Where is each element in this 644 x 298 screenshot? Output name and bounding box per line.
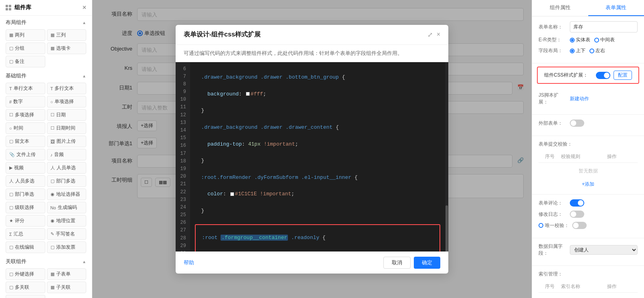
component-group[interactable]: ▢ 分组 (6, 43, 45, 54)
component-two-col[interactable]: ▦ 两列 (6, 29, 45, 41)
scrollbar[interactable] (445, 62, 448, 251)
component-sub-link[interactable]: ▦ 子关联 (47, 282, 87, 293)
data-owner-label: 数据归属字段： (539, 243, 567, 257)
form-comment-toggle[interactable] (570, 199, 584, 207)
confirm-button[interactable]: 确定 (414, 257, 440, 269)
tab-component-props[interactable]: 组件属性 (532, 0, 588, 16)
component-single-select[interactable]: ○ 单项选择 (47, 96, 87, 107)
section-basic: 基础组件 ▲ (0, 69, 92, 81)
index-manage-section: 索引管理： 序号 索引名称 操作 暂无数据 +添加 (532, 266, 644, 298)
layout-leftright[interactable]: 左右 (589, 47, 605, 54)
sidebar-title: 组件库 (14, 4, 31, 11)
component-link-query[interactable]: ▢ 关联查询 (6, 295, 45, 298)
component-single-text[interactable]: T 单行文本 (6, 83, 45, 94)
related-grid: ▢ 外键选择 ▦ 子表单 ▢ 多关联 ▦ 子关联 ▢ 关联查询 (0, 267, 92, 298)
css-extend-config-btn[interactable]: 配置 (614, 71, 632, 80)
help-button[interactable]: 帮助 (184, 259, 194, 266)
code-line-12: :root.formRender .dyFormSubform .el-inpu… (195, 174, 440, 182)
component-signature[interactable]: ✎ 手写签名 (47, 228, 87, 240)
component-three-col[interactable]: ▦ 三列 (47, 29, 87, 41)
modal-footer: 帮助 取消 确定 (176, 251, 448, 274)
component-audio[interactable]: ♪ 音频 (47, 149, 87, 160)
tab-form-props[interactable]: 表单属性 (588, 0, 644, 16)
modal-description: 可通过编写代码的方式来调整组件样式，此处代码作用域：针对单个表单的字段组件全局作… (176, 45, 448, 62)
component-image[interactable]: 🖼 图片上传 (47, 136, 87, 147)
css-extend-row: 组件CSS样式扩展： 配置 (537, 67, 639, 84)
modal-close-icon[interactable]: × (437, 31, 440, 38)
component-number[interactable]: # 数字 (6, 96, 45, 107)
js-extend-row: JS脚本扩展： 新建动作 (539, 92, 638, 105)
outer-table-toggle[interactable] (570, 120, 584, 127)
code-line-9: .drawer_background .drawer .drawer_conte… (195, 124, 440, 132)
css-extend-modal: 表单设计-组件css样式扩展 ⤢ × 可通过编写代码的方式来调整组件样式，此处代… (176, 25, 448, 274)
er-middle[interactable]: 中间表 (594, 36, 615, 43)
component-video[interactable]: ▶ 视频 (6, 162, 45, 174)
component-foreign-key[interactable]: ▢ 外键选择 (6, 268, 45, 280)
component-people-multi[interactable]: 人 人员多选 (6, 175, 45, 187)
component-address[interactable]: ◉ 地址选择器 (47, 189, 87, 200)
component-rating[interactable]: ★ 评分 (6, 215, 45, 227)
js-extend-label: JS脚本扩展： (539, 92, 567, 105)
component-voice[interactable]: ▢ 留文本 (6, 136, 45, 147)
index-table-header: 序号 索引名称 操作 (539, 281, 638, 293)
modal-footer-right: 取消 确定 (383, 257, 440, 269)
cancel-button[interactable]: 取消 (383, 257, 411, 269)
data-owner-select[interactable]: 创建人 (570, 245, 638, 255)
code-content[interactable]: .drawer_background .drawer .bottom_btn_g… (190, 62, 445, 251)
right-tabs: 组件属性 表单属性 (532, 0, 644, 16)
component-tabs[interactable]: ▦ 选项卡 (47, 43, 87, 54)
expand-icon[interactable]: ⤢ (427, 31, 433, 39)
layout-topdown-radio (570, 49, 575, 53)
component-people-single[interactable]: 人 人员单选 (47, 162, 87, 174)
index-manage-label: 索引管理： (539, 271, 638, 278)
modal-header: 表单设计-组件css样式扩展 ⤢ × (176, 25, 448, 45)
er-entity[interactable]: 实体表 (570, 36, 590, 43)
component-add-bill[interactable]: ▢ 添加发票 (47, 241, 87, 253)
component-multi-select[interactable]: ☐ 多项选择 (6, 109, 45, 121)
component-multi-text[interactable]: T 多行文本 (47, 83, 87, 94)
chevron-icon: ▲ (82, 20, 86, 25)
validation-add-btn[interactable]: +添加 (582, 181, 594, 187)
layout-grid: ▦ 两列 ▦ 三列 ▢ 分组 ▦ 选项卡 ▢ 备注 (0, 28, 92, 69)
js-extend-new-action[interactable]: 新建动作 (570, 95, 589, 102)
component-geo[interactable]: ◉ 地理位置 (47, 215, 87, 227)
modal-body: 可通过编写代码的方式来调整组件样式，此处代码作用域：针对单个表单的字段组件全局作… (176, 45, 448, 251)
unique-check-label: 唯一校验： (545, 222, 569, 229)
component-datetime[interactable]: ☐ 日期时间 (47, 122, 87, 134)
css-extend-toggle[interactable] (596, 72, 610, 79)
outer-table-section: 外部表单： (532, 115, 644, 136)
component-cascade[interactable]: ▢ 级联选择 (6, 202, 45, 213)
outer-table-label: 外部表单： (539, 120, 567, 127)
modal-header-icons: ⤢ × (427, 31, 440, 39)
component-barcode[interactable]: No 生成编码 (47, 202, 87, 213)
component-note[interactable]: ▢ 备注 (6, 56, 45, 67)
component-online-edit[interactable]: ▢ 在线编辑 (6, 241, 45, 253)
unique-check-toggle[interactable] (572, 222, 587, 229)
component-date[interactable]: ☐ 日期 (47, 109, 87, 121)
basic-grid: T 单行文本 T 多行文本 # 数字 ○ 单项选择 ☐ 多项选择 ☐ 日期 ○ … (0, 81, 92, 255)
modify-log-toggle[interactable] (570, 211, 584, 218)
group-icon: ▢ (9, 46, 13, 51)
code-line-6: .drawer_background .drawer .bottom_btn_g… (195, 73, 440, 82)
er-entity-radio (570, 38, 575, 43)
component-sum[interactable]: Σ 汇总 (6, 228, 45, 240)
three-col-icon: ▦ (51, 32, 55, 38)
component-dept-multi[interactable]: ▢ 部门多选 (47, 175, 87, 187)
component-file[interactable]: 📎 文件上传 (6, 149, 45, 160)
component-time[interactable]: ○ 时间 (6, 122, 45, 134)
form-comment-row: 表单评论： (539, 199, 638, 207)
component-sub-table[interactable]: ▦ 子表单 (47, 268, 87, 280)
code-editor[interactable]: 678910 1112131415 1617181920 2122232425 … (176, 62, 448, 251)
css-extend-label: 组件CSS样式扩展： (544, 72, 593, 79)
field-layout-label: 字段布局： (539, 47, 567, 54)
close-icon[interactable]: × (83, 4, 86, 11)
layout-leftright-radio (589, 49, 594, 53)
form-validation-section: 表单提交校验： 序号 校验规则 操作 暂无数据 +添加 (532, 136, 644, 195)
modal-title: 表单设计-组件css样式扩展 (184, 30, 261, 39)
code-line-15: :root .formgroup__container .readonly { (196, 234, 439, 242)
layout-topdown[interactable]: 上下 (570, 47, 585, 54)
form-name-input[interactable] (570, 21, 638, 32)
form-validation-label: 表单提交校验： (539, 141, 638, 148)
component-dept-single[interactable]: ▢ 部门单选 (6, 189, 45, 200)
component-multi-link[interactable]: ▢ 多关联 (6, 282, 45, 293)
